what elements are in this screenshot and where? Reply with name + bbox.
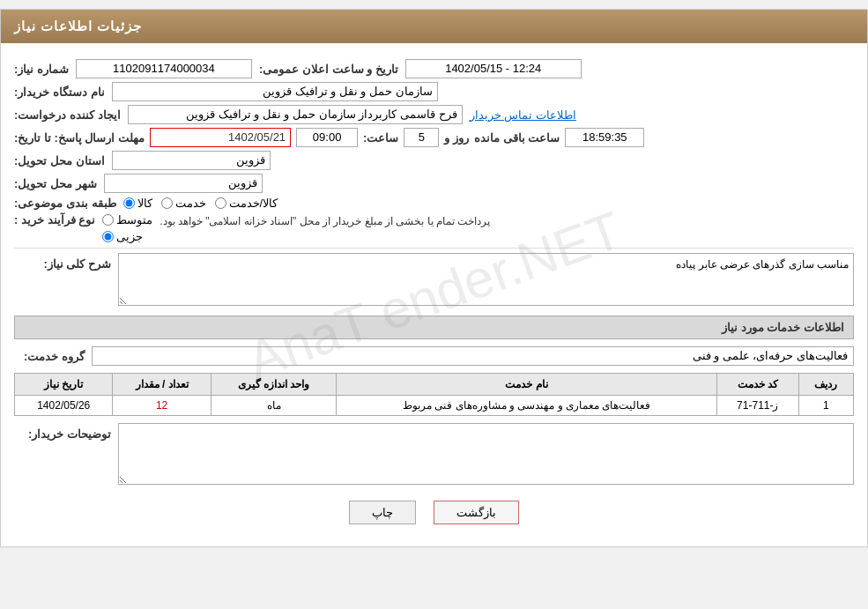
shomare-niaz-label: شماره نیاز: bbox=[14, 63, 69, 76]
sharh-label: شرح کلی نیاز: bbox=[14, 253, 111, 271]
services-table-header-row: ردیف کد خدمت نام خدمت واحد اندازه گیری ت… bbox=[15, 374, 854, 396]
tabaqeh-row: کالا/خدمت خدمت کالا طبقه بندی موضوعی: bbox=[14, 197, 854, 210]
sharh-row: document.querySelector('[data-name="shar… bbox=[14, 253, 854, 308]
farayand-text: پرداخت تمام یا بخشی از مبلغ خریدار از مح… bbox=[160, 213, 490, 229]
etelaatTamas-link[interactable]: اطلاعات تماس خریدار bbox=[470, 108, 576, 122]
th-name: نام خدمت bbox=[337, 374, 716, 396]
rooz-value: 5 bbox=[404, 128, 439, 147]
divider1 bbox=[14, 248, 854, 249]
tabaqeh-label: طبقه بندی موضوعی: bbox=[14, 197, 116, 210]
namdastgah-value: سازمان حمل و نقل و ترافیک قزوین bbox=[112, 82, 438, 101]
radio-motavasset-input[interactable] bbox=[102, 214, 114, 226]
ostan-row: قزوین استان محل تحویل: bbox=[14, 151, 854, 170]
radio-motavasset[interactable]: متوسط bbox=[102, 213, 152, 227]
tarikh-elan-value: 1402/05/15 - 12:24 bbox=[405, 59, 582, 78]
shahr-label: شهر محل تحویل: bbox=[14, 177, 97, 190]
saat-label: ساعت: bbox=[363, 131, 398, 145]
radio-khedmat[interactable]: خدمت bbox=[161, 197, 206, 210]
th-radif: ردیف bbox=[798, 374, 853, 396]
shomare-row: 1402/05/15 - 12:24 تاریخ و ساعت اعلان عم… bbox=[14, 59, 854, 78]
baghi-mandeh-value: 18:59:35 bbox=[565, 128, 644, 147]
th-kod: کد خدمت bbox=[716, 374, 798, 396]
date-value: 1402/05/21 bbox=[150, 128, 291, 147]
services-table-body: 1 ز-711-71 فعالیت‌های معماری و مهندسی و … bbox=[15, 396, 854, 416]
radio-kala[interactable]: کالا bbox=[123, 197, 152, 210]
page-container: جزئیات اطلاعات نیاز AnaT ender.NET 1402/… bbox=[0, 9, 868, 547]
farayand-label: نوع فرآیند خرید : bbox=[14, 213, 95, 227]
mohlat-label: مهلت ارسال پاسخ: تا تاریخ: bbox=[14, 131, 145, 145]
radio-kala-khedmat[interactable]: کالا/خدمت bbox=[215, 197, 278, 210]
tarikh-elan-label: تاریخ و ساعت اعلان عمومی: bbox=[259, 63, 398, 76]
khedmat-label: خدمت bbox=[175, 197, 206, 210]
mohlat-row: 18:59:35 ساعت باقی مانده روز و 5 ساعت: 0… bbox=[14, 128, 854, 147]
saat-value: 09:00 bbox=[296, 128, 358, 147]
group-label: گروه خدمت: bbox=[14, 350, 85, 363]
ijadkonande-value: فرح قاسمی کاربرداز سازمان حمل و نقل و تر… bbox=[128, 105, 463, 124]
bottom-buttons: بازگشت چاپ bbox=[14, 501, 854, 524]
namdastgah-label: نام دستگاه خریدار: bbox=[14, 85, 105, 99]
tawzih-row: توضیحات خریدار: bbox=[14, 423, 854, 487]
cell-tedad: 12 bbox=[113, 396, 211, 416]
cell-radif: 1 bbox=[798, 396, 853, 416]
khadamat-section-header: اطلاعات خدمات مورد نیاز bbox=[14, 316, 854, 339]
tawzih-textarea[interactable] bbox=[118, 423, 854, 485]
radio-kala-input[interactable] bbox=[123, 197, 135, 209]
chap-button[interactable]: چاپ bbox=[349, 501, 416, 524]
ijadkonande-row: اطلاعات تماس خریدار فرح قاسمی کاربرداز س… bbox=[14, 105, 854, 124]
rooz-label: روز و bbox=[444, 131, 469, 145]
shahr-row: قزوین شهر محل تحویل: bbox=[14, 174, 854, 193]
radio-kala-khedmat-input[interactable] bbox=[215, 197, 226, 209]
sharh-textarea[interactable] bbox=[118, 253, 854, 306]
ostan-label: استان محل تحویل: bbox=[14, 154, 105, 167]
cell-tarikh: 1402/05/26 bbox=[15, 396, 113, 416]
th-vahed: واحد اندازه گیری bbox=[211, 374, 337, 396]
group-value: فعالیت‌های حرفه‌ای، علمی و فنی bbox=[92, 346, 854, 366]
services-table: ردیف کد خدمت نام خدمت واحد اندازه گیری ت… bbox=[14, 373, 854, 416]
bazgasht-button[interactable]: بازگشت bbox=[434, 501, 519, 524]
page-title: جزئیات اطلاعات نیاز bbox=[14, 19, 142, 33]
content-area: AnaT ender.NET 1402/05/15 - 12:24 تاریخ … bbox=[1, 43, 867, 546]
radio-jozi[interactable]: جزیی bbox=[102, 230, 143, 243]
ijadkonande-label: ایجاد کننده درخواست: bbox=[14, 108, 121, 122]
namdastgah-row: سازمان حمل و نقل و ترافیک قزوین نام دستگ… bbox=[14, 82, 854, 101]
th-tedad: تعداد / مقدار bbox=[113, 374, 211, 396]
page-header: جزئیات اطلاعات نیاز bbox=[1, 10, 867, 43]
kala-khedmat-label: کالا/خدمت bbox=[229, 197, 278, 210]
services-table-head: ردیف کد خدمت نام خدمت واحد اندازه گیری ت… bbox=[15, 374, 854, 396]
farayand-row: پرداخت تمام یا بخشی از مبلغ خریدار از مح… bbox=[14, 213, 854, 243]
sharh-content: document.querySelector('[data-name="shar… bbox=[118, 253, 854, 308]
tawzih-label: توضیحات خریدار: bbox=[14, 423, 111, 441]
radio-khedmat-input[interactable] bbox=[161, 197, 173, 209]
tawzih-content bbox=[118, 423, 854, 487]
shahr-value: قزوین bbox=[104, 174, 263, 193]
motavasset-label: متوسط bbox=[116, 213, 152, 227]
tabaqeh-radios: کالا/خدمت خدمت کالا bbox=[123, 197, 278, 210]
kala-label: کالا bbox=[137, 197, 152, 210]
th-tarikh: تاریخ نیاز bbox=[15, 374, 113, 396]
table-row: 1 ز-711-71 فعالیت‌های معماری و مهندسی و … bbox=[15, 396, 854, 416]
group-row: فعالیت‌های حرفه‌ای، علمی و فنی گروه خدمت… bbox=[14, 346, 854, 366]
baghi-mandeh-label: ساعت باقی مانده bbox=[474, 131, 560, 145]
ostan-value: قزوین bbox=[112, 151, 271, 170]
cell-kod: ز-711-71 bbox=[716, 396, 798, 416]
shomare-niaz-value: 1102091174000034 bbox=[76, 59, 252, 78]
cell-vahed: ماه bbox=[211, 396, 337, 416]
farayand-radios: متوسط جزیی bbox=[102, 213, 152, 243]
jozi-label: جزیی bbox=[116, 230, 143, 243]
cell-name: فعالیت‌های معماری و مهندسی و مشاوره‌های … bbox=[337, 396, 716, 416]
radio-jozi-input[interactable] bbox=[102, 231, 114, 242]
